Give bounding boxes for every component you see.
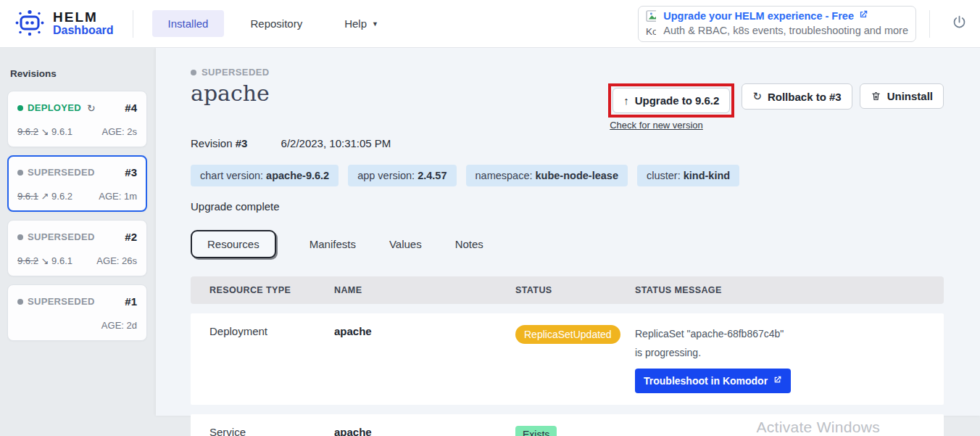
- main-nav: Installed Repository Help ▼: [152, 10, 394, 37]
- chevron-down-icon: ▼: [372, 20, 378, 28]
- status-dot-icon: [17, 170, 23, 176]
- arrow-up-icon: ↑: [623, 94, 629, 107]
- release-status-badge: SUPERSEDED: [191, 67, 944, 78]
- tab-notes[interactable]: Notes: [455, 238, 483, 250]
- detail-tabs: Resources Manifests Values Notes: [191, 230, 944, 258]
- release-description: Upgrade complete: [191, 200, 944, 213]
- revision-number: #1: [125, 295, 137, 308]
- annotation-highlight-box: ↑ Upgrade to 9.6.2: [608, 83, 734, 118]
- komodor-promo-banner[interactable]: Komod Upgrade your HELM experience - Fre…: [638, 6, 916, 42]
- revision-date-line: Revision #3 6/2/2023, 10:31:05 PM: [191, 137, 944, 149]
- reload-icon: ↻: [87, 102, 96, 114]
- revision-age: AGE: 26s: [96, 255, 137, 266]
- helm-robot-icon: [13, 7, 46, 41]
- current-revision-number: #3: [236, 137, 248, 149]
- header-divider-2: [929, 10, 930, 38]
- nav-tab-help[interactable]: Help ▼: [328, 10, 394, 37]
- revision-age: AGE: 2s: [102, 126, 137, 137]
- chip-cluster: cluster: kind-kind: [637, 165, 739, 186]
- table-row-deployment: Deployment apache ReplicaSetUpdated Repl…: [191, 313, 944, 405]
- resource-type-cell: Service: [209, 426, 334, 436]
- revision-card-3[interactable]: SUPERSEDED #3 9.6.1 ↗ 9.6.2 AGE: 1m: [7, 155, 147, 212]
- header-divider: [133, 10, 133, 38]
- status-badge-replicasetupdated: ReplicaSetUpdated: [515, 325, 620, 344]
- top-navigation-bar: HELM Dashboard Installed Repository Help…: [0, 0, 980, 48]
- revision-status: SUPERSEDED: [17, 296, 95, 307]
- revision-status: DEPLOYED ↻: [17, 102, 96, 114]
- col-status: STATUS: [515, 285, 635, 295]
- broken-image-icon: [646, 13, 656, 25]
- resource-type-cell: Deployment: [209, 325, 334, 337]
- nav-tab-repository[interactable]: Repository: [234, 10, 318, 37]
- tab-values[interactable]: Values: [389, 238, 422, 250]
- helm-dashboard-logo[interactable]: HELM Dashboard: [13, 7, 114, 41]
- downgrade-arrow-icon: ↘: [41, 126, 49, 137]
- chip-namespace: namespace: kube-node-lease: [466, 165, 628, 186]
- resource-name-cell: apache: [334, 325, 515, 337]
- table-header-row: RESOURCE TYPE NAME STATUS STATUS MESSAGE: [191, 276, 944, 304]
- version-change: 9.6.2 ↘ 9.6.1: [17, 126, 72, 137]
- logo-line2: Dashboard: [53, 25, 114, 37]
- activate-windows-watermark: Activate Windows: [756, 419, 880, 436]
- resources-table: RESOURCE TYPE NAME STATUS STATUS MESSAGE…: [191, 276, 944, 436]
- downgrade-arrow-icon: ↘: [41, 255, 49, 266]
- release-detail-panel: SUPERSEDED apache ↑ Upgrade to 9.6.2 Che…: [156, 48, 980, 416]
- revision-number: #2: [125, 231, 137, 243]
- col-status-message: STATUS MESSAGE: [635, 285, 944, 295]
- status-dot-icon: [17, 105, 23, 111]
- uninstall-button[interactable]: Uninstall: [860, 83, 944, 109]
- revision-status: SUPERSEDED: [17, 231, 95, 242]
- status-dot-icon: [17, 234, 23, 240]
- troubleshoot-komodor-button[interactable]: Troubleshoot in Komodor: [635, 369, 791, 393]
- nav-tab-installed[interactable]: Installed: [152, 10, 225, 37]
- release-actions: ↑ Upgrade to 9.6.2 Check for new version…: [608, 83, 944, 131]
- power-icon: [952, 15, 967, 33]
- external-link-icon: [858, 9, 868, 24]
- banner-title: Upgrade your HELM experience - Free: [663, 9, 908, 24]
- revision-card-2[interactable]: SUPERSEDED #2 9.6.2 ↘ 9.6.1 AGE: 26s: [7, 220, 147, 276]
- tab-resources[interactable]: Resources: [191, 230, 276, 258]
- upgrade-arrow-icon: ↗: [41, 191, 49, 202]
- revision-timestamp: 6/2/2023, 10:31:05 PM: [281, 137, 391, 149]
- resource-name-cell: apache: [334, 426, 515, 436]
- status-dot-icon: [17, 299, 23, 305]
- release-metadata-chips: chart version: apache-9.6.2 app version:…: [191, 165, 944, 186]
- status-badge-exists: Exists: [515, 426, 557, 436]
- banner-subtitle: Auth & RBAC, k8s events, troubleshooting…: [663, 24, 908, 38]
- banner-image-alt-text: Komod: [646, 26, 656, 37]
- revision-age: AGE: 1m: [99, 191, 137, 202]
- revisions-sidebar: Revisions DEPLOYED ↻ #4 9.6.2 ↘ 9.6.1 AG…: [0, 48, 156, 436]
- status-dot-icon: [191, 70, 196, 75]
- revision-card-1[interactable]: SUPERSEDED #1 AGE: 2d: [7, 284, 147, 341]
- trash-icon: [871, 91, 881, 102]
- upgrade-button[interactable]: ↑ Upgrade to 9.6.2: [612, 88, 730, 113]
- external-link-icon: [773, 375, 782, 387]
- version-change: 9.6.1 ↗ 9.6.2: [17, 191, 72, 202]
- revision-age: AGE: 2d: [101, 320, 137, 331]
- shutdown-button[interactable]: [952, 15, 967, 33]
- chip-app-version: app version: 2.4.57: [348, 165, 456, 186]
- revision-number: #4: [125, 102, 137, 114]
- logo-line1: HELM: [53, 10, 114, 25]
- status-message-text: ReplicaSet "apache-68fb867c4b" is progre…: [635, 325, 791, 363]
- check-new-version-link[interactable]: Check for new version: [610, 120, 734, 131]
- rollback-icon: ↻: [752, 90, 762, 103]
- page-title: apache: [191, 81, 270, 106]
- sidebar-title: Revisions: [10, 68, 147, 79]
- tab-manifests[interactable]: Manifests: [310, 238, 356, 250]
- chip-chart-version: chart version: apache-9.6.2: [191, 165, 339, 186]
- revision-status: SUPERSEDED: [17, 167, 95, 178]
- rollback-button[interactable]: ↻ Rollback to #3: [742, 83, 852, 110]
- version-change: 9.6.2 ↘ 9.6.1: [17, 255, 72, 266]
- revision-card-4[interactable]: DEPLOYED ↻ #4 9.6.2 ↘ 9.6.1 AGE: 2s: [7, 91, 147, 147]
- col-resource-type: RESOURCE TYPE: [209, 285, 334, 295]
- col-name: NAME: [334, 285, 515, 295]
- revision-number: #3: [125, 166, 137, 178]
